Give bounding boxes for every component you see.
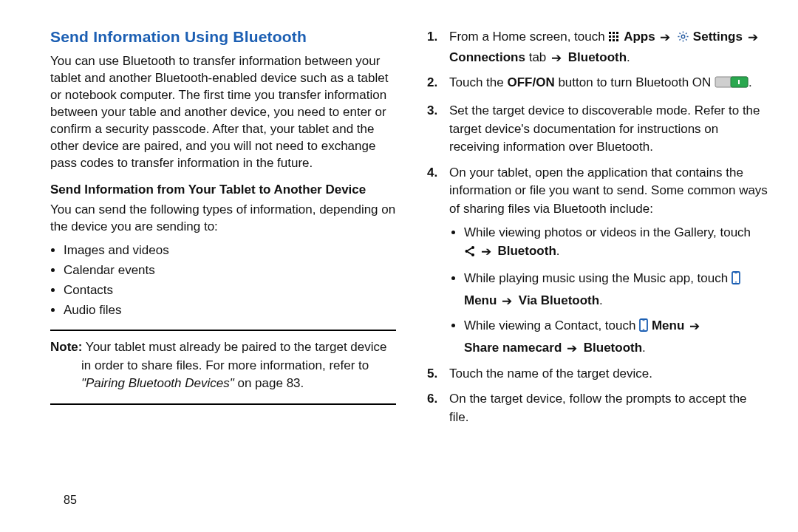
note-label: Note:: [50, 340, 82, 354]
sub2-period: .: [599, 293, 603, 307]
settings-label: Settings: [693, 30, 743, 44]
phone-icon: [732, 271, 740, 290]
toggle-on-icon: [715, 75, 748, 95]
sub-bullet-gallery: While viewing photos or videos in the Ga…: [464, 223, 768, 263]
list-item: Audio files: [64, 302, 396, 319]
left-column: Send Information Using Bluetooth You can…: [50, 28, 396, 507]
note-citation: "Pairing Bluetooth Devices": [81, 376, 234, 390]
svg-line-17: [468, 252, 472, 254]
svg-rect-2: [616, 32, 618, 34]
step1-period: .: [627, 50, 630, 64]
svg-rect-4: [613, 35, 615, 38]
menu-label: Menu: [464, 293, 497, 307]
svg-rect-1: [613, 32, 615, 34]
share-icon: [464, 244, 476, 263]
share-namecard-label: Share namecard: [464, 341, 562, 355]
page-number: 85: [64, 494, 396, 507]
offon-label: OFF/ON: [507, 75, 554, 89]
steps-list: From a Home screen, touch Apps ➔: [423, 28, 768, 427]
send-intro: You can send the following types of info…: [50, 202, 396, 236]
arrow-icon: ➔: [748, 29, 758, 47]
arrow-icon: ➔: [481, 242, 491, 262]
list-item: Contacts: [64, 282, 396, 299]
apps-grid-icon: [608, 30, 620, 49]
svg-rect-22: [643, 320, 645, 321]
intro-paragraph: You can use Bluetooth to transfer inform…: [50, 53, 396, 172]
arrow-icon: ➔: [689, 317, 700, 336]
step-6: On the target device, follow the prompts…: [449, 390, 768, 426]
step2-mid: button to turn Bluetooth ON: [555, 75, 715, 89]
svg-rect-5: [616, 35, 618, 38]
svg-rect-23: [643, 329, 644, 330]
sub2-text: While playing music using the Music app,…: [464, 271, 732, 285]
right-column: From a Home screen, touch Apps ➔: [423, 28, 768, 507]
info-type-list: Images and videos Calendar events Contac…: [50, 242, 396, 319]
menu-label: Menu: [652, 318, 684, 332]
gear-icon: [677, 30, 689, 49]
step-3: Set the target device to discoverable mo…: [449, 102, 768, 157]
step-1: From a Home screen, touch Apps ➔: [449, 28, 768, 66]
arrow-icon: ➔: [567, 339, 577, 358]
step4-main: On your tablet, open the application tha…: [449, 166, 768, 216]
step-5: Touch the name of the target device.: [449, 365, 768, 383]
svg-rect-20: [735, 282, 737, 282]
svg-rect-0: [609, 32, 611, 34]
tab-word: tab: [525, 50, 550, 64]
sub3-period: .: [642, 341, 646, 355]
svg-rect-12: [738, 80, 740, 84]
svg-rect-7: [613, 39, 615, 41]
step-4: On your tablet, open the application tha…: [449, 164, 768, 358]
via-bluetooth-label: Via Bluetooth: [519, 293, 599, 307]
note-text: Note: Your tablet must already be paired…: [50, 338, 396, 393]
note-line3: "Pairing Bluetooth Devices" on page 83.: [81, 375, 396, 393]
arrow-icon: ➔: [502, 292, 512, 311]
svg-line-16: [468, 248, 472, 250]
note-box: Note: Your tablet must already be paired…: [50, 330, 396, 405]
phone-icon: [639, 318, 648, 338]
note-line2: in order to share files. For more inform…: [81, 357, 396, 375]
step-2: Touch the OFF/ON button to turn Bluetoot…: [449, 74, 768, 95]
svg-point-9: [681, 35, 685, 38]
note-line1: Your tablet must already be paired to th…: [82, 340, 386, 354]
section-heading: Send Information Using Bluetooth: [50, 28, 396, 46]
step2-pre: Touch the: [449, 75, 507, 89]
step1-pre: From a Home screen, touch: [449, 30, 608, 44]
svg-rect-6: [609, 39, 611, 41]
step4-sublist: While viewing photos or videos in the Ga…: [449, 223, 768, 358]
arrow-icon: ➔: [660, 29, 670, 47]
sub1-text: While viewing photos or videos in the Ga…: [464, 225, 751, 239]
sub-bullet-contact: While viewing a Contact, touch Menu ➔ Sh…: [464, 316, 768, 358]
arrow-icon: ➔: [551, 50, 562, 68]
apps-label: Apps: [624, 30, 655, 44]
svg-rect-3: [609, 35, 611, 38]
subsection-heading: Send Information from Your Tablet to Ano…: [50, 183, 396, 197]
note-after-cite: on page 83.: [234, 376, 304, 390]
list-item: Calendar events: [64, 262, 396, 279]
step2-period: .: [748, 75, 752, 89]
connections-label: Connections: [449, 50, 525, 64]
sub-bullet-music: While playing music using the Music app,…: [464, 269, 768, 310]
list-item: Images and videos: [64, 242, 396, 259]
bluetooth-label: Bluetooth: [584, 341, 642, 355]
svg-rect-19: [734, 273, 737, 273]
sub1-period: .: [556, 244, 560, 258]
svg-rect-8: [616, 39, 618, 41]
bluetooth-label: Bluetooth: [497, 244, 556, 258]
sub3-text: While viewing a Contact, touch: [464, 318, 639, 332]
bluetooth-label: Bluetooth: [568, 50, 627, 64]
manual-page: Send Information Using Bluetooth You can…: [0, 0, 798, 522]
